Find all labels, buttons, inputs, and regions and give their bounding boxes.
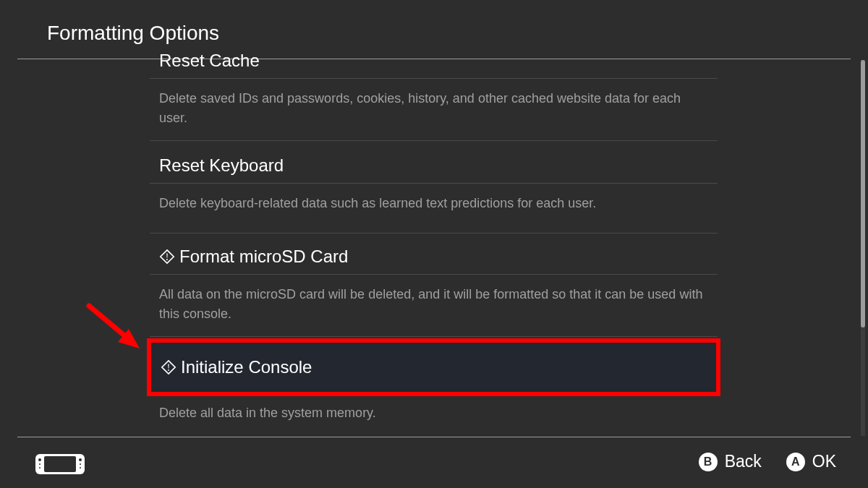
item-title: Reset Keyboard: [150, 141, 718, 183]
ok-button-label: OK: [812, 452, 836, 471]
item-desc: Delete saved IDs and passwords, cookies,…: [150, 79, 718, 140]
scrollbar-track[interactable]: [861, 60, 865, 436]
svg-point-9: [79, 458, 82, 461]
svg-rect-5: [44, 456, 76, 472]
warning-diamond-icon: [159, 249, 175, 265]
warning-diamond-icon: [161, 359, 176, 375]
list-item-initialize-console[interactable]: Initialize Console: [147, 338, 720, 396]
list-item-format-sd[interactable]: Format microSD Card: [150, 234, 718, 274]
ok-button[interactable]: A OK: [786, 452, 836, 471]
back-button[interactable]: B Back: [699, 452, 762, 471]
footer-bar: B Back A OK: [0, 437, 868, 488]
svg-point-11: [80, 463, 81, 465]
svg-point-7: [39, 467, 41, 468]
svg-point-6: [38, 458, 41, 461]
page-title: Formatting Options: [47, 22, 219, 45]
item-title-text: Initialize Console: [181, 357, 312, 377]
svg-point-8: [39, 463, 41, 465]
console-icon: [35, 453, 85, 478]
svg-point-1: [168, 369, 169, 371]
divider: [150, 336, 718, 337]
item-desc: All data on the microSD card will be del…: [150, 275, 718, 336]
options-list: Reset Cache Delete saved IDs and passwor…: [150, 51, 718, 423]
item-title-text: Reset Keyboard: [159, 155, 284, 176]
list-item-reset-cache[interactable]: Reset Cache: [150, 51, 718, 78]
item-title: Reset Cache: [150, 51, 718, 78]
scrollbar-thumb[interactable]: [861, 60, 865, 328]
a-button-icon: A: [786, 453, 805, 471]
b-button-icon: B: [699, 453, 718, 471]
item-desc: Delete all data in the system memory.: [150, 396, 718, 423]
item-title-text: Format microSD Card: [179, 247, 348, 267]
svg-point-10: [80, 467, 81, 468]
back-button-label: Back: [725, 452, 762, 471]
item-desc: Delete keyboard-related data such as lea…: [150, 184, 718, 233]
item-title: Format microSD Card: [150, 234, 718, 274]
footer-buttons: B Back A OK: [699, 452, 836, 471]
list-item-reset-keyboard[interactable]: Reset Keyboard: [150, 141, 718, 183]
annotation-arrow-icon: [83, 300, 148, 358]
svg-point-0: [166, 259, 168, 260]
item-title-text: Reset Cache: [159, 51, 260, 71]
